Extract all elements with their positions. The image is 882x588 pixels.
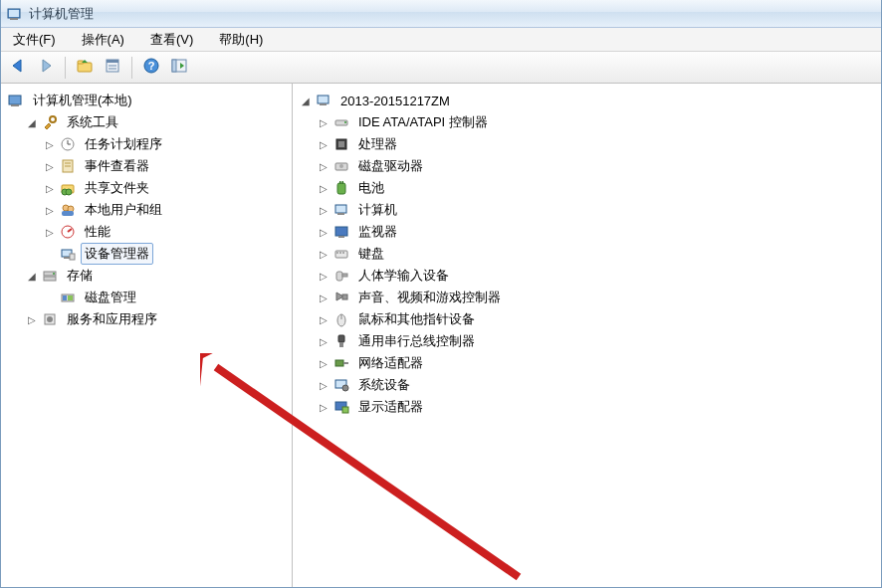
content-area: 计算机管理(本地) ◢ 系统工具 ▷ 任务计划程序 ▷ (1, 84, 881, 587)
keyboard-icon (332, 245, 350, 263)
tree-device-manager[interactable]: ▷ 设备管理器 (3, 243, 290, 265)
show-hide-button[interactable] (166, 55, 192, 81)
expander-closed-icon[interactable]: ▷ (317, 115, 331, 129)
svg-rect-61 (342, 274, 347, 277)
svg-rect-53 (337, 213, 344, 215)
device-item[interactable]: ▷处理器 (295, 133, 879, 155)
tree-performance[interactable]: ▷ 性能 (3, 221, 290, 243)
expander-closed-icon[interactable]: ▷ (317, 291, 331, 304)
device-item[interactable]: ▷计算机 (295, 199, 879, 221)
device-item[interactable]: ▷通用串行总线控制器 (295, 330, 879, 352)
menu-file[interactable]: 文件(F) (7, 29, 62, 51)
toolbar-separator (65, 57, 66, 79)
tree-system-tools[interactable]: ◢ 系统工具 (3, 111, 290, 133)
expander-closed-icon[interactable]: ▷ (317, 356, 331, 370)
tree-shared-folders[interactable]: ▷ 共享文件夹 (3, 177, 290, 199)
tree-services-apps[interactable]: ▷ 服务和应用程序 (3, 308, 290, 330)
device-manager-icon (59, 245, 77, 263)
svg-rect-62 (342, 294, 347, 299)
svg-rect-37 (63, 295, 67, 300)
forward-icon (37, 57, 55, 78)
properties-button[interactable] (100, 55, 125, 81)
expander-closed-icon[interactable]: ▷ (43, 203, 57, 217)
tree-disk-management[interactable]: ▷ 磁盘管理 (3, 287, 290, 308)
device-item[interactable]: ▷鼠标和其他指针设备 (295, 308, 879, 330)
tree-local-users[interactable]: ▷ 本地用户和组 (3, 199, 290, 221)
help-icon: ? (142, 57, 160, 78)
device-item[interactable]: ▷人体学输入设备 (295, 265, 879, 287)
svg-rect-57 (336, 252, 338, 254)
hid-icon (332, 267, 350, 285)
tree-label: 本地用户和组 (81, 199, 166, 221)
device-item[interactable]: ▷声音、视频和游戏控制器 (295, 287, 879, 308)
expander-closed-icon[interactable]: ▷ (317, 247, 331, 261)
tree-label: 通用串行总线控制器 (354, 330, 479, 352)
expander-closed-icon[interactable]: ▷ (25, 312, 39, 326)
tree-task-scheduler[interactable]: ▷ 任务计划程序 (3, 133, 290, 155)
device-item[interactable]: ▷显示适配器 (295, 396, 879, 418)
system-device-icon (332, 376, 350, 394)
device-item[interactable]: ▷电池 (295, 177, 879, 199)
svg-rect-59 (342, 252, 344, 254)
tree-root-local[interactable]: 计算机管理(本地) (3, 90, 290, 111)
expander-closed-icon[interactable]: ▷ (317, 181, 331, 195)
tree-label: 存储 (63, 265, 97, 287)
svg-rect-27 (62, 211, 74, 216)
expander-open-icon[interactable]: ◢ (25, 269, 39, 283)
up-button[interactable] (72, 55, 98, 81)
svg-point-48 (339, 164, 343, 168)
expander-closed-icon[interactable]: ▷ (317, 269, 331, 283)
svg-rect-13 (9, 96, 21, 104)
back-button[interactable] (5, 55, 31, 81)
tree-label: 电池 (354, 177, 388, 199)
svg-rect-12 (172, 60, 176, 72)
users-icon (59, 201, 77, 219)
panel-icon (170, 57, 188, 78)
expander-closed-icon[interactable]: ▷ (43, 181, 57, 195)
expander-open-icon[interactable]: ◢ (25, 115, 39, 129)
expander-closed-icon[interactable]: ▷ (317, 400, 331, 414)
help-button[interactable]: ? (138, 55, 164, 81)
tree-storage[interactable]: ◢ 存储 (3, 265, 290, 287)
sound-icon (332, 289, 350, 306)
tree-label: 系统设备 (354, 374, 414, 396)
forward-button[interactable] (33, 55, 59, 81)
svg-rect-2 (9, 10, 19, 17)
menu-action[interactable]: 操作(A) (76, 29, 130, 51)
toolbar-separator (131, 57, 132, 79)
device-item[interactable]: ▷网络适配器 (295, 352, 879, 374)
expander-open-icon[interactable]: ◢ (299, 94, 313, 107)
computer-mgmt-icon (7, 92, 25, 109)
mouse-icon (332, 310, 350, 328)
expander-closed-icon[interactable]: ▷ (43, 137, 57, 151)
expander-closed-icon[interactable]: ▷ (317, 312, 331, 326)
expander-closed-icon[interactable]: ▷ (317, 334, 331, 348)
svg-point-15 (50, 116, 56, 122)
device-item[interactable]: ▷磁盘驱动器 (295, 155, 879, 177)
expander-closed-icon[interactable]: ▷ (43, 159, 57, 173)
expander-closed-icon[interactable]: ▷ (317, 159, 331, 173)
device-item[interactable]: ▷IDE ATA/ATAPI 控制器 (295, 111, 879, 133)
tree-label: 磁盘管理 (81, 287, 140, 308)
expander-closed-icon[interactable]: ▷ (43, 225, 57, 239)
expander-closed-icon[interactable]: ▷ (317, 137, 331, 151)
svg-rect-42 (320, 103, 327, 105)
expander-closed-icon[interactable]: ▷ (317, 203, 331, 217)
svg-rect-66 (339, 342, 343, 347)
svg-rect-49 (337, 183, 345, 194)
device-item[interactable]: ▷监视器 (295, 221, 879, 243)
tree-label: 服务和应用程序 (63, 308, 161, 330)
device-root[interactable]: ◢ 2013-20151217ZM (295, 90, 879, 111)
device-item[interactable]: ▷系统设备 (295, 374, 879, 396)
computer-icon (332, 201, 350, 219)
menu-help[interactable]: 帮助(H) (213, 29, 269, 51)
expander-closed-icon[interactable]: ▷ (317, 225, 331, 239)
tree-label: 计算机管理(本地) (29, 90, 136, 111)
menu-view[interactable]: 查看(V) (144, 29, 199, 51)
device-item[interactable]: ▷键盘 (295, 243, 879, 265)
tree-event-viewer[interactable]: ▷ 事件查看器 (3, 155, 290, 177)
expander-closed-icon[interactable]: ▷ (317, 378, 331, 392)
svg-rect-54 (335, 227, 347, 236)
right-tree-pane: ◢ 2013-20151217ZM ▷IDE ATA/ATAPI 控制器▷处理器… (293, 84, 881, 587)
display-adapter-icon (332, 398, 350, 416)
